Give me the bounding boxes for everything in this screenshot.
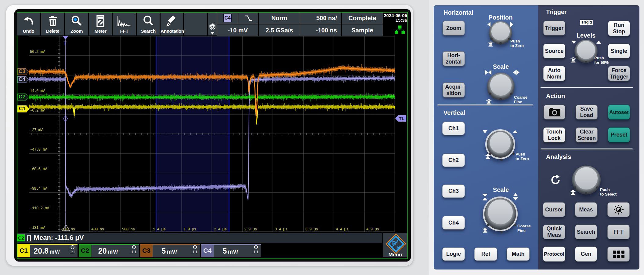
svg-text:-68.6 mV: -68.6 mV xyxy=(30,167,47,171)
svg-text:-131 mV: -131 mV xyxy=(30,226,45,230)
svg-text:prs: prs xyxy=(388,105,395,109)
svg-text:-110.2 mV: -110.2 mV xyxy=(30,206,49,211)
svg-text:56.2 mV: 56.2 mV xyxy=(30,50,45,54)
svg-text:-100 ns: -100 ns xyxy=(60,227,75,232)
svg-text:3.4 µs: 3.4 µs xyxy=(275,227,288,232)
svg-text:1.4 µs: 1.4 µs xyxy=(153,227,166,232)
svg-text:Pis: Pis xyxy=(388,94,395,98)
svg-text:-47.8 mV: -47.8 mV xyxy=(30,148,47,152)
svg-text:4.9 µs: 4.9 µs xyxy=(366,227,379,232)
svg-text:R: R xyxy=(392,240,396,246)
svg-text:1.9 µs: 1.9 µs xyxy=(183,227,196,232)
svg-text:T: T xyxy=(63,41,67,46)
svg-text:400 ns: 400 ns xyxy=(91,227,104,232)
svg-text:-89.4 mV: -89.4 mV xyxy=(30,187,47,191)
svg-text:Prk: Prk xyxy=(388,69,394,73)
svg-text:2.4 µs: 2.4 µs xyxy=(214,227,227,232)
svg-text:900 ns: 900 ns xyxy=(122,227,135,232)
svg-text:14.6 mV: 14.6 mV xyxy=(30,89,45,93)
svg-text:-27 mV: -27 mV xyxy=(30,128,43,132)
svg-text:4.4 µs: 4.4 µs xyxy=(336,227,349,232)
svg-text:Pik: Pik xyxy=(388,76,394,80)
svg-text:S: S xyxy=(396,245,400,251)
svg-text:2.9 µs: 2.9 µs xyxy=(244,227,257,232)
svg-text:3.9 µs: 3.9 µs xyxy=(305,227,318,232)
